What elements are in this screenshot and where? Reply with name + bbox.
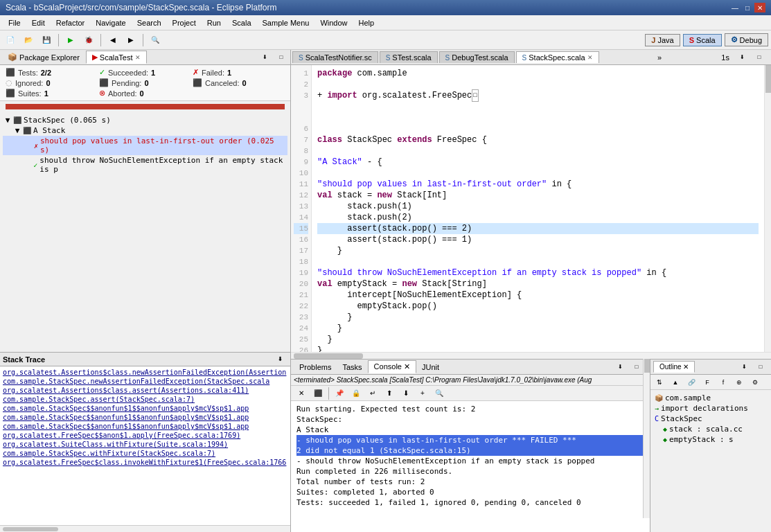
tab-problems[interactable]: Problems (294, 362, 337, 373)
expand-icon: ▼ (14, 126, 21, 135)
search-button[interactable]: 🔍 (148, 33, 163, 48)
outline-settings[interactable]: ⚙ (747, 375, 763, 390)
tab-overflow[interactable]: » (653, 52, 666, 63)
outline-maximize[interactable]: □ (753, 360, 768, 375)
console-scroll-up[interactable]: ⬆ (382, 386, 397, 401)
tab-console[interactable]: Console ✕ (368, 360, 416, 373)
console-scroll-lock[interactable]: 🔒 (348, 386, 364, 401)
tree-item-astack[interactable]: ▼ ⬛ A Stack (3, 125, 287, 136)
console-clear[interactable]: ✕ (294, 386, 309, 401)
menu-project[interactable]: Project (167, 17, 202, 28)
editor-hscrollbar[interactable] (291, 352, 771, 359)
tab-junit[interactable]: JUnit (416, 362, 445, 373)
console-maximize[interactable]: □ (629, 360, 644, 375)
code-line-17: } (317, 245, 759, 256)
open-button[interactable]: 📂 (21, 33, 36, 48)
stack-line-1[interactable]: com.sample.StackSpec.newAssertionFailedE… (1, 377, 289, 386)
menu-refactor[interactable]: Refactor (51, 17, 91, 28)
console-stop[interactable]: ⬛ (310, 386, 326, 401)
outline-emptystack-field[interactable]: ◆ emptyStack : s (653, 434, 768, 445)
line-num-15: 15 (294, 223, 308, 234)
outline-class[interactable]: C StackSpec (653, 414, 768, 424)
tab-scalatest[interactable]: ▶ ScalaTest ✕ (86, 51, 147, 64)
console-pin[interactable]: 📌 (332, 386, 347, 401)
save-button[interactable]: 💾 (39, 33, 54, 48)
tab-scalatest-notifier[interactable]: S ScalaTestNotifier.sc (292, 51, 378, 63)
outline-collapse[interactable]: ▲ (668, 375, 683, 390)
tab-debugtest[interactable]: S DebugTest.scala (439, 51, 515, 63)
tab-stest[interactable]: S STest.scala (380, 51, 438, 63)
stack-line-0[interactable]: org.scalatest.Assertions$class.newAssert… (1, 368, 289, 377)
menu-edit[interactable]: Edit (26, 17, 51, 28)
editor-minimize[interactable]: ⬇ (735, 50, 750, 65)
tab-outline[interactable]: Outline ✕ (653, 361, 695, 373)
menu-file[interactable]: File (3, 17, 26, 28)
outline-sort[interactable]: ⇅ (652, 375, 667, 390)
java-perspective[interactable]: J Java (645, 34, 680, 46)
menu-scala[interactable]: Scala (227, 17, 257, 28)
console-word-wrap[interactable]: ↵ (365, 386, 380, 401)
forward-button[interactable]: ▶ (123, 33, 139, 48)
tab-stackspec-close[interactable]: ✕ (587, 54, 593, 61)
code-line-1: package com.sample (317, 68, 759, 79)
stack-line-5[interactable]: com.sample.StackSpec$$anonfun$1$$anonfun… (1, 413, 289, 422)
stack-line-4[interactable]: com.sample.StackSpec$$anonfun$1$$anonfun… (1, 404, 289, 413)
menu-run[interactable]: Run (202, 17, 227, 28)
tab-tasks[interactable]: Tasks (337, 362, 367, 373)
console-new[interactable]: + (415, 386, 430, 401)
menu-sample[interactable]: Sample Menu (257, 17, 315, 28)
menu-search[interactable]: Search (132, 17, 167, 28)
close-button[interactable]: ✕ (754, 3, 765, 12)
title-controls[interactable]: — □ ✕ (729, 3, 765, 12)
tree-item-passed-test[interactable]: ✓ should throw NoSuchElementException if… (3, 155, 287, 175)
breadcrumb-text: 1s (718, 52, 732, 63)
console-minimize[interactable]: ⬇ (612, 360, 628, 375)
outline-imports[interactable]: → import declarations (653, 403, 768, 414)
outline-package[interactable]: 📦 com.sample (653, 393, 768, 403)
code-content[interactable]: package com.sample + import org.scalates… (312, 65, 764, 352)
stack-trace-minimize[interactable]: ⬇ (272, 352, 287, 367)
outline-filter2[interactable]: f (716, 375, 731, 390)
passed-icon: ✓ (33, 161, 37, 169)
left-panel-maximize[interactable]: □ (274, 50, 289, 65)
console-search[interactable]: 🔍 (432, 386, 447, 401)
outline-link[interactable]: 🔗 (684, 375, 699, 390)
console-vscrollbar[interactable] (643, 359, 650, 518)
tree-item-failed-test[interactable]: ✗ should pop values in last-in-first-out… (3, 136, 287, 155)
stack-trace-scrollbar[interactable] (0, 525, 290, 532)
stack-line-3[interactable]: com.sample.StackSpec.assert(StackSpec.sc… (1, 395, 289, 404)
left-panel-minimize[interactable]: ⬇ (257, 50, 272, 65)
stack-line-2[interactable]: org.scalatest.Assertions$class.assert(As… (1, 386, 289, 395)
menu-help[interactable]: Help (353, 17, 380, 28)
tree-item-stackspec[interactable]: ▼ ⬛ StackSpec (0.065 s) (3, 115, 287, 125)
outline-minimize[interactable]: ⬇ (736, 360, 752, 375)
debug-perspective[interactable]: ⚙ Debug (725, 33, 768, 46)
run-button[interactable]: ▶ (63, 33, 78, 48)
left-top-panel: 📦 Package Explorer ▶ ScalaTest ✕ ⬇ □ (0, 50, 290, 352)
stack-line-10[interactable]: org.scalatest.FreeSpec$class.invokeWithF… (1, 458, 289, 467)
stack-line-9[interactable]: com.sample.StackSpec.withFixture(StackSp… (1, 449, 289, 458)
stack-line-8[interactable]: org.scalatest.SuiteClass.withFixture(Sui… (1, 440, 289, 449)
back-button[interactable]: ◀ (105, 33, 121, 48)
outline-stack-field[interactable]: ◆ stack : scala.cc (653, 424, 768, 434)
new-button[interactable]: 📄 (3, 33, 18, 48)
scalatest-panel: ⬛ Tests: 2/2 ✓ Succeeded: 1 ✗ Failed: 1 (0, 65, 290, 352)
minimize-button[interactable]: — (729, 3, 741, 12)
menu-window[interactable]: Window (314, 17, 353, 28)
editor-scrollbar[interactable] (764, 65, 771, 352)
scala-perspective[interactable]: S Scala (683, 34, 722, 46)
debug-button[interactable]: 🐞 (81, 33, 96, 48)
maximize-button[interactable]: □ (742, 3, 753, 12)
tab-stackspec[interactable]: S StackSpec.scala ✕ (516, 51, 599, 63)
editor-maximize[interactable]: □ (752, 50, 767, 65)
tab-package-explorer[interactable]: 📦 Package Explorer (1, 51, 86, 64)
menu-navigate[interactable]: Navigate (90, 17, 131, 28)
package-icon: 📦 (655, 394, 663, 402)
outline-filter3[interactable]: ⊕ (732, 375, 747, 390)
stack-line-6[interactable]: com.sample.StackSpec$$anonfun$1$$anonfun… (1, 422, 289, 431)
outline-filter1[interactable]: F (700, 375, 715, 390)
console-scroll-down[interactable]: ⬇ (398, 386, 414, 401)
tab-scalatest-close[interactable]: ✕ (135, 54, 141, 61)
console-vscrollbar-thumb (644, 359, 650, 373)
stack-line-7[interactable]: org.scalatest.FreeSpec$$anon$1.apply(Fre… (1, 431, 289, 440)
